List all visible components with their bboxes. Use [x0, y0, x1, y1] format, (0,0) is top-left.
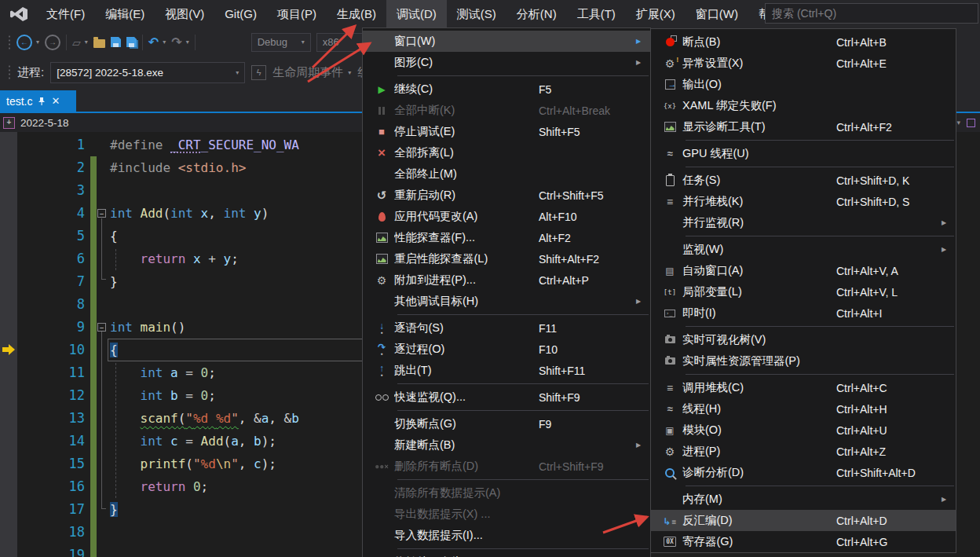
chevron-down-icon[interactable]: ▾ — [163, 38, 166, 46]
glasses-icon — [369, 394, 394, 401]
toolbar-grip[interactable] — [8, 35, 11, 50]
menu-item-restart[interactable]: ↺重新启动(R)Ctrl+Shift+F5 — [363, 185, 650, 206]
code-text: int main() — [110, 316, 185, 339]
menu-item-processes[interactable]: ⚙进程(P)Ctrl+Alt+Z — [651, 441, 956, 462]
lifecycle-events-icon[interactable]: ϟ — [251, 65, 266, 80]
menu-item-toggle-breakpoint[interactable]: 切换断点(G)F9 — [363, 413, 650, 434]
menu-item-diagnostic-analysis[interactable]: 诊断分析(D)Ctrl+Shift+Alt+D — [651, 462, 956, 483]
menu-item-step-out[interactable]: ↑●跳出(T)Shift+F11 — [363, 360, 650, 381]
redo-button[interactable]: ↷ — [171, 36, 181, 49]
menu-item-stop-debugging[interactable]: ■停止调试(E)Shift+F5 — [363, 121, 650, 142]
pin-icon[interactable] — [38, 97, 46, 106]
breadcrumb-project[interactable]: 2022-5-18 — [20, 117, 69, 129]
navigate-forward-button[interactable]: → — [45, 35, 60, 50]
menu-item-detach-all[interactable]: ×全部拆离(L) — [363, 142, 650, 163]
menu-item-apply-code-changes[interactable]: 应用代码更改(A)Alt+F10 — [363, 206, 650, 227]
menubar-item-file[interactable]: 文件(F) — [36, 0, 95, 27]
menu-item-label: 窗口(W) — [394, 34, 539, 49]
menu-item-graphics[interactable]: 图形(C)▶ — [363, 52, 650, 73]
menu-item-parallel-stacks[interactable]: ≡并行堆栈(K)Ctrl+Shift+D, S — [651, 191, 956, 212]
chart-icon — [657, 122, 682, 132]
menu-item-live-visual-tree[interactable]: 实时可视化树(V) — [651, 329, 956, 350]
menubar-item-extensions[interactable]: 扩展(X) — [626, 0, 686, 27]
menu-item-live-property-explorer[interactable]: 实时属性资源管理器(P) — [651, 350, 956, 372]
menu-item-autos[interactable]: ▤自动窗口(A)Ctrl+Alt+V, A — [651, 260, 956, 281]
save-button[interactable] — [111, 37, 121, 47]
save-all-button[interactable] — [126, 37, 137, 47]
menu-item-shortcut: F5 — [539, 83, 636, 96]
menu-item-label: 继续(C) — [394, 82, 539, 97]
close-icon[interactable]: ✕ — [51, 95, 60, 107]
fold-collapse-box[interactable]: − — [97, 323, 106, 332]
process-dropdown[interactable]: [28572] 2022-5-18.exe ▾ — [50, 62, 245, 83]
code-text: return 0; — [110, 475, 208, 498]
menubar-item-tools[interactable]: 工具(T) — [567, 0, 626, 27]
menu-item-step-into[interactable]: ↓●逐语句(S)F11 — [363, 317, 650, 339]
menu-item-continue[interactable]: ▶继续(C)F5 — [363, 79, 650, 100]
menu-item-call-stack[interactable]: ≡调用堆栈(C)Ctrl+Alt+C — [651, 377, 956, 398]
menu-item-attach-to-process[interactable]: ⚙附加到进程(P)...Ctrl+Alt+P — [363, 269, 650, 291]
menu-item-label: 停止调试(E) — [394, 124, 539, 139]
menubar-item-view[interactable]: 视图(V) — [155, 0, 214, 27]
chevron-down-icon[interactable]: ▾ — [956, 119, 960, 126]
menu-item-shortcut: F9 — [539, 418, 636, 431]
menubar-item-project[interactable]: 项目(P) — [267, 0, 327, 27]
menu-item-show-diagnostic-tools[interactable]: 显示诊断工具(T)Ctrl+Alt+F2 — [651, 116, 956, 137]
menu-item-label: 显示诊断工具(T) — [682, 119, 836, 134]
menubar-item-analyze[interactable]: 分析(N) — [506, 0, 567, 27]
menu-item-step-over[interactable]: ↷●逐过程(O)F10 — [363, 339, 650, 360]
menu-item-locals[interactable]: [t]局部变量(L)Ctrl+Alt+V, L — [651, 281, 956, 302]
menu-item-windows[interactable]: 窗口(W)▶ — [363, 31, 650, 52]
menu-item-registers[interactable]: 0X寄存器(G)Ctrl+Alt+G — [651, 531, 956, 552]
lifecycle-events-dropdown[interactable]: 生命周期事件 — [272, 65, 343, 80]
navigate-back-button[interactable]: ← — [16, 35, 32, 50]
open-file-button[interactable] — [93, 39, 105, 48]
menubar-item-git[interactable]: Git(G) — [214, 0, 267, 27]
menu-item-output[interactable]: 输出(O) — [651, 74, 956, 95]
toolbar-grip[interactable] — [8, 64, 11, 80]
submenu-arrow-icon: ▶ — [942, 246, 956, 253]
menu-item-watch[interactable]: 监视(W)▶ — [651, 239, 956, 260]
menu-item-disassembly[interactable]: ↳≡反汇编(D)Ctrl+Alt+D — [651, 510, 956, 531]
line-number: 16 — [0, 475, 85, 498]
menu-item-breakpoints[interactable]: 断点(B)Ctrl+Alt+B — [651, 31, 956, 53]
menu-item-parallel-watch[interactable]: 并行监视(R)▶ — [651, 212, 956, 233]
chevron-down-icon[interactable]: ▾ — [186, 38, 189, 46]
menu-item-memory[interactable]: 内存(M)▶ — [651, 489, 956, 510]
menubar-item-edit[interactable]: 编辑(E) — [95, 0, 155, 27]
chevron-down-icon[interactable]: ▾ — [36, 38, 39, 46]
menu-item-modules[interactable]: ▣模块(O)Ctrl+Alt+U — [651, 420, 956, 441]
menu-item-performance-profiler[interactable]: 性能探查器(F)...Alt+F2 — [363, 227, 650, 248]
menu-item-exception-settings[interactable]: ⚙!异常设置(X)Ctrl+Alt+E — [651, 53, 956, 74]
menu-item-shortcut: Ctrl+Alt+H — [836, 403, 942, 416]
menu-item-other-debug-targets[interactable]: 其他调试目标(H)▶ — [363, 291, 650, 312]
search-input[interactable] — [765, 3, 978, 24]
menu-item-threads[interactable]: ≈线程(H)Ctrl+Alt+H — [651, 398, 956, 420]
menu-item-tasks[interactable]: 任务(S)Ctrl+Shift+D, K — [651, 170, 956, 191]
flame-icon — [369, 212, 394, 222]
undo-button[interactable]: ↶ — [148, 36, 159, 49]
menubar-item-test[interactable]: 测试(S) — [447, 0, 506, 27]
menu-item-relaunch-performance-profiler[interactable]: 重启性能探查器(L)Shift+Alt+F2 — [363, 248, 650, 269]
menu-item-label: 调用堆栈(C) — [682, 380, 836, 395]
menu-item-xaml-binding-failures[interactable]: {x}XAML 绑定失败(F) — [651, 95, 956, 116]
menubar-item-build[interactable]: 生成(B) — [327, 0, 386, 27]
solution-configuration-dropdown[interactable]: Debug ▾ — [251, 33, 311, 52]
tab-test-c[interactable]: test.c ✕ — [0, 90, 76, 112]
fold-collapse-box[interactable]: − — [97, 209, 106, 218]
chevron-down-icon[interactable]: ▾ — [348, 69, 351, 76]
menubar-item-debug[interactable]: 调试(D) — [386, 0, 447, 27]
menu-item-immediate[interactable]: ›_即时(I)Ctrl+Alt+I — [651, 302, 956, 324]
breakpoint-icon — [657, 38, 682, 46]
menubar-item-window[interactable]: 窗口(W) — [686, 0, 748, 27]
menu-item-new-breakpoint[interactable]: 新建断点(B)▶ — [363, 434, 650, 456]
new-project-button[interactable]: ▱ — [72, 36, 81, 49]
menu-item-label: 其他调试目标(H) — [394, 294, 539, 309]
menu-item-terminate-all[interactable]: 全部终止(M) — [363, 163, 650, 185]
menu-item-import-datatips[interactable]: 导入数据提示(I)... — [363, 525, 650, 546]
chevron-down-icon[interactable]: ▾ — [85, 38, 88, 46]
menu-item-quick-watch[interactable]: 快速监视(Q)...Shift+F9 — [363, 387, 650, 408]
menu-item-save-dump-as[interactable]: 将转储另存为(Y) — [363, 552, 650, 557]
menu-item-gpu-threads[interactable]: ≈GPU 线程(U) — [651, 143, 956, 164]
menu-item-label: 逐过程(O) — [394, 342, 539, 357]
